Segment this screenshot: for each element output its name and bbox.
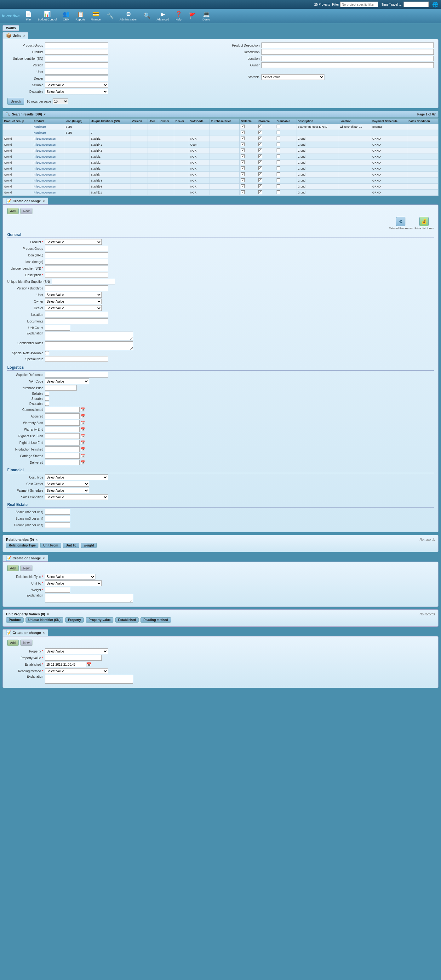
nav-demo[interactable]: 💻 Demo	[200, 10, 213, 22]
space-m3-field[interactable]	[45, 515, 70, 521]
table-row[interactable]: GrondPriscomponentenStad2|2NORGrondGRND	[3, 160, 438, 166]
weight-field[interactable]	[45, 587, 70, 593]
prop-explanation-field[interactable]	[45, 675, 133, 684]
version-bubbtype-field[interactable]	[45, 285, 108, 291]
col-disusable[interactable]: Disusable	[275, 119, 296, 124]
col-product-group[interactable]: Product Group	[3, 119, 32, 124]
purchase-price-field[interactable]	[45, 385, 77, 391]
nav-tools[interactable]: 🔧	[103, 12, 117, 20]
cost-type-select[interactable]: Select Value	[45, 474, 108, 480]
storable-checkbox[interactable]	[45, 397, 49, 401]
delivered-field[interactable]	[45, 460, 80, 465]
new-button[interactable]: New	[21, 208, 32, 214]
nav-administration[interactable]: ⚙ Administration	[117, 10, 140, 22]
col-dealer[interactable]: Dealer	[174, 119, 189, 124]
product-group-input[interactable]	[45, 43, 108, 48]
nav-flag[interactable]: 🚩	[185, 12, 200, 20]
col-user[interactable]: User	[147, 119, 159, 124]
unit-to-select[interactable]: Select Value	[45, 581, 102, 586]
time-travel-input[interactable]	[404, 2, 429, 7]
product-link[interactable]: Hardware	[34, 131, 46, 134]
warranty-start-calendar-icon[interactable]: 📅	[80, 421, 85, 425]
related-processes-icon[interactable]: ⚙	[396, 217, 406, 226]
right-of-use-end-field[interactable]	[45, 440, 80, 445]
description-input[interactable]	[262, 49, 434, 55]
walks-tab[interactable]: Walks	[3, 25, 19, 31]
table-row[interactable]: GrondPriscomponentenStad1|41GeenGrondGRN…	[3, 142, 438, 148]
warranty-end-calendar-icon[interactable]: 📅	[80, 427, 85, 432]
prop-new-button[interactable]: New	[21, 640, 32, 646]
create-prop-close-icon[interactable]: ×	[43, 631, 45, 635]
location-field[interactable]	[45, 312, 108, 317]
col-payment[interactable]: Payment Schedule	[371, 119, 407, 124]
product-link[interactable]: Priscomponenten	[34, 143, 56, 146]
globe-icon[interactable]: 🌐	[432, 2, 438, 8]
carriage-started-field[interactable]	[45, 453, 80, 459]
product-link[interactable]: Priscomponenten	[34, 185, 56, 188]
special-note-field[interactable]	[45, 356, 108, 362]
confidential-notes-field[interactable]	[45, 341, 133, 350]
nav-budget[interactable]: 📊 Budget Control	[35, 10, 59, 22]
product-desc-input[interactable]	[262, 43, 434, 48]
col-description[interactable]: Description	[296, 119, 338, 124]
table-row[interactable]: HardwareBMR0	[3, 130, 438, 136]
table-row[interactable]: GrondPriscomponentenStad4|21NORGrondGRND	[3, 190, 438, 196]
production-finished-field[interactable]	[45, 446, 80, 452]
results-close-icon[interactable]: ×	[44, 113, 46, 116]
relationships-close-icon[interactable]: ×	[36, 538, 38, 541]
sellable-select[interactable]: Select Value	[45, 82, 108, 88]
unit-count-field[interactable]	[45, 325, 70, 331]
add-button[interactable]: Add	[7, 208, 19, 214]
rel-explanation-field[interactable]	[45, 593, 133, 603]
nav-advanced[interactable]: ▶ Advanced	[154, 10, 172, 22]
owner-select[interactable]: Select Value	[45, 299, 102, 304]
nav-file[interactable]: 📄 File	[21, 10, 35, 22]
rel-add-button[interactable]: Add	[7, 565, 19, 571]
create-relationship-tab[interactable]: 📝 Create or change ×	[3, 555, 48, 562]
location-input[interactable]	[262, 56, 434, 61]
cost-center-select[interactable]: Select Value	[45, 481, 89, 487]
create-rel-close-icon[interactable]: ×	[43, 557, 45, 560]
storable-select[interactable]: Select Value	[262, 74, 324, 80]
property-select[interactable]: Select Value	[45, 648, 108, 654]
table-row[interactable]: GrondPriscomponentenStad2|1NORGrondGRND	[3, 154, 438, 160]
nav-reports[interactable]: 📋 Reports	[73, 10, 88, 22]
search-button[interactable]: Search	[7, 98, 24, 105]
supplier-ref-field[interactable]	[45, 372, 108, 377]
col-purchase[interactable]: Purchase Price	[209, 119, 240, 124]
table-row[interactable]: GrondPriscomponentenStad3|38NORGrondGRND	[3, 178, 438, 184]
special-note-available-checkbox[interactable]	[45, 351, 49, 355]
col-unique-id[interactable]: Unique Identifier (SN)	[89, 119, 130, 124]
commissioned-field[interactable]	[45, 407, 80, 412]
filter-input[interactable]	[340, 2, 378, 7]
right-of-use-start-field[interactable]	[45, 433, 80, 439]
price-list-icon[interactable]: 💰	[419, 217, 429, 226]
user-input[interactable]	[45, 69, 108, 75]
col-sales[interactable]: Sales Condition	[407, 119, 438, 124]
product-input[interactable]	[45, 49, 108, 55]
prop-add-button[interactable]: Add	[7, 640, 19, 646]
table-row[interactable]: GrondPriscomponentenStad1|1NORGrondGRND	[3, 136, 438, 142]
product-link[interactable]: Hardware	[34, 125, 46, 128]
product-link[interactable]: Priscomponenten	[34, 161, 56, 164]
documents-field[interactable]	[45, 318, 108, 324]
related-processes-wrap[interactable]: ⚙ Related Processes	[389, 217, 413, 230]
sales-condition-select[interactable]: Select Value	[45, 494, 108, 500]
nav-search[interactable]: 🔍	[140, 12, 154, 20]
commissioned-calendar-icon[interactable]: 📅	[80, 407, 85, 412]
col-sellable[interactable]: Sellable	[240, 119, 257, 124]
disusable-checkbox[interactable]	[45, 402, 49, 406]
established-field[interactable]	[45, 662, 86, 667]
col-version[interactable]: Version	[130, 119, 147, 124]
user-select[interactable]: Select Value	[45, 292, 102, 298]
units-tab[interactable]: 📦 Units ×	[3, 32, 28, 39]
sellable-checkbox[interactable]	[45, 392, 49, 396]
table-row[interactable]: GrondPriscomponentenStad1|42NORGrondGRND	[3, 148, 438, 154]
warranty-end-field[interactable]	[45, 426, 80, 432]
create-change-tab[interactable]: 📝 Create or change ×	[3, 197, 48, 205]
create-property-tab[interactable]: 📝 Create or change ×	[3, 629, 48, 636]
price-list-wrap[interactable]: 💰 Price List Lines	[415, 217, 434, 230]
col-icon[interactable]: Icon (Image)	[64, 119, 89, 124]
property-value-field[interactable]	[45, 655, 102, 661]
col-vat[interactable]: VAT Code	[189, 119, 209, 124]
